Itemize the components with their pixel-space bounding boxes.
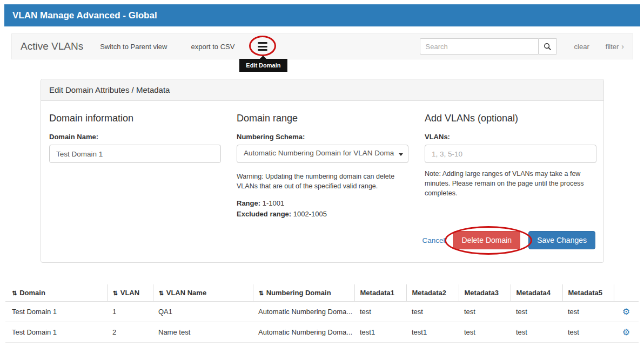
cancel-link[interactable]: Cancel <box>422 236 445 244</box>
delete-domain-button[interactable]: Delete Domain <box>453 231 521 249</box>
table-row: Test Domain 12Name testAutomatic Numberi… <box>5 322 639 343</box>
range-line: Range: 1-1001 <box>237 199 415 207</box>
table-cell: test <box>511 302 562 322</box>
table-cell: test <box>459 302 511 322</box>
switch-to-parent-view-link[interactable]: Switch to Parent view <box>100 43 167 51</box>
sort-icon: ⇅ <box>12 290 17 296</box>
column-header-label: Metadata2 <box>412 289 447 297</box>
table-cell: - <box>406 343 459 347</box>
excluded-range-value: 1002-1005 <box>293 210 327 218</box>
domain-range-section: Domain range Numbering Schema: Automatic… <box>237 111 415 218</box>
edit-domain-tooltip: Edit Domain <box>239 59 287 72</box>
row-actions-cell: ⚙ <box>614 302 639 322</box>
range-warning-text: Warning: Updating the numbering domain c… <box>237 172 405 191</box>
export-to-csv-link[interactable]: export to CSV <box>191 43 234 51</box>
column-header-metadata3: Metadata3 <box>459 284 511 302</box>
table-cell: test <box>459 343 511 347</box>
column-header-vlan[interactable]: ⇅VLAN <box>107 284 153 302</box>
save-changes-button[interactable]: Save Changes <box>528 231 595 249</box>
table-cell: Test Domain 1 <box>5 343 107 347</box>
tooltip-label: Edit Domain <box>246 62 280 69</box>
column-header-label: Metadata3 <box>465 289 499 297</box>
menu-bar <box>258 49 267 51</box>
excluded-range-label: Excluded range: <box>237 210 291 218</box>
app-header: VLAN Manage Advanced - Global <box>4 4 640 26</box>
table-cell: test <box>354 343 406 347</box>
column-header-label: Numbering Domain <box>266 289 331 297</box>
table-cell: QA1 <box>153 302 253 322</box>
clear-link[interactable]: clear <box>574 43 589 51</box>
chevron-right-icon: › <box>621 42 624 51</box>
row-actions-cell: ⚙ <box>614 322 639 343</box>
table-cell: Test Domain 1 <box>5 302 107 322</box>
gear-icon[interactable]: ⚙ <box>622 328 630 337</box>
edit-domain-menu-wrap: Edit Domain <box>256 41 270 52</box>
table-cell: test <box>562 302 614 322</box>
table-cell: Automatic Numbering Doma... <box>253 343 354 347</box>
menu-bar <box>258 46 267 47</box>
column-header-domain[interactable]: ⇅Domain <box>5 284 107 302</box>
table-cell: Name test <box>153 322 253 343</box>
active-vlans-title: Active VLANs <box>21 40 83 52</box>
search-input[interactable] <box>420 38 539 55</box>
actions-column-header <box>614 284 639 302</box>
filter-label: filter <box>606 43 619 51</box>
table-cell: test <box>406 302 459 322</box>
column-header-metadata2: Metadata2 <box>406 284 459 302</box>
search-group <box>420 38 557 55</box>
table-cell: Test42 <box>153 343 253 347</box>
sort-icon: ⇅ <box>113 290 118 296</box>
table-cell: Automatic Numbering Doma... <box>253 322 354 343</box>
column-header-label: Domain <box>19 289 45 297</box>
column-header-metadata5: Metadata5 <box>562 284 614 302</box>
column-header-metadata1: Metadata1 <box>354 284 406 302</box>
domain-name-input[interactable] <box>49 145 221 163</box>
column-header-metadata4: Metadata4 <box>511 284 562 302</box>
table-cell: - <box>511 343 562 347</box>
delete-domain-wrap: Delete Domain <box>453 231 521 249</box>
add-vlans-section: Add VLANs (optional) VLANs: Note: Adding… <box>425 111 596 218</box>
add-vlans-heading: Add VLANs (optional) <box>425 113 596 124</box>
table-header-row: ⇅Domain⇅VLAN⇅VLAN Name⇅Numbering DomainM… <box>5 284 639 302</box>
edit-domain-panel: Edit Domain Attributes / Metadata Domain… <box>41 79 604 263</box>
table-cell: test1 <box>406 322 459 343</box>
page-title: VLAN Manage Advanced - Global <box>12 10 157 21</box>
column-header-label: VLAN <box>120 289 139 297</box>
table-row: Test Domain 11QA1Automatic Numbering Dom… <box>5 302 639 322</box>
table-cell: 2 <box>107 322 153 343</box>
column-header-vlan-name[interactable]: ⇅VLAN Name <box>153 284 253 302</box>
numbering-schema-label: Numbering Schema: <box>237 133 415 141</box>
domain-information-heading: Domain information <box>49 113 227 124</box>
table-cell: test <box>354 302 406 322</box>
table-cell: Test Domain 1 <box>5 322 107 343</box>
gear-icon[interactable]: ⚙ <box>622 307 630 316</box>
table-cell: test <box>562 322 614 343</box>
column-header-label: Metadata5 <box>568 289 603 297</box>
panel-body: Domain information Domain Name: Domain r… <box>41 101 603 262</box>
search-button[interactable] <box>539 38 557 55</box>
table-body: Test Domain 11QA1Automatic Numbering Dom… <box>5 302 639 347</box>
column-header-label: Metadata4 <box>516 289 551 297</box>
menu-bar <box>258 42 267 44</box>
hamburger-menu-icon[interactable] <box>256 41 270 52</box>
toolbar: Active VLANs Switch to Parent view expor… <box>11 33 633 59</box>
numbering-schema-select[interactable]: Automatic Numbering Domain for VLAN Doma <box>237 145 408 163</box>
vlans-label: VLANs: <box>425 133 596 141</box>
filter-link[interactable]: filter › <box>606 42 624 51</box>
excluded-range-line: Excluded range: 1002-1005 <box>237 210 415 218</box>
tooltip-arrow-icon <box>260 56 266 59</box>
panel-title: Edit Domain Attributes / Metadata <box>41 79 603 101</box>
table-cell: Automatic Numbering Doma... <box>253 302 354 322</box>
vlans-input[interactable] <box>425 145 596 163</box>
column-header-label: VLAN Name <box>166 289 206 297</box>
table-cell: test <box>459 322 511 343</box>
table-cell: 3 <box>107 343 153 347</box>
table-cell: - <box>562 343 614 347</box>
domain-range-heading: Domain range <box>237 113 415 124</box>
domain-information-section: Domain information Domain Name: <box>49 111 227 218</box>
table-cell: test <box>511 322 562 343</box>
add-vlans-note: Note: Adding large ranges of VLANs may t… <box>425 169 590 198</box>
table-cell: test1 <box>354 322 406 343</box>
table-cell: 1 <box>107 302 153 322</box>
column-header-numbering-domain[interactable]: ⇅Numbering Domain <box>253 284 354 302</box>
